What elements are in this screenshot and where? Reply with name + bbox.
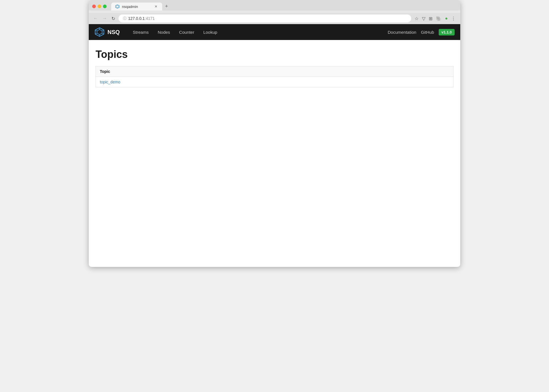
maximize-window-button[interactable] [103, 5, 107, 8]
nav-link-counter[interactable]: Counter [175, 25, 199, 40]
table-row: topic_demo [96, 77, 453, 87]
minimize-window-button[interactable] [98, 5, 101, 8]
tab-bar: nsqadmin ✕ + [111, 2, 170, 10]
toolbar-icons: ☆ ▽ ⊞ 🐘 ● ⋮ [413, 15, 457, 22]
window-controls [92, 5, 107, 8]
nsq-brand-link[interactable]: NSQ [94, 27, 120, 37]
table-header-row: Topic [96, 66, 453, 77]
menu-button[interactable]: ⋮ [450, 15, 457, 22]
topic-link[interactable]: topic_demo [100, 80, 120, 84]
address-text: 127.0.0.1:4171 [128, 16, 155, 21]
address-bar[interactable]: ⓘ 127.0.0.1:4171 [119, 14, 411, 22]
nav-link-lookup[interactable]: Lookup [199, 25, 222, 40]
nsq-navbar: NSQ Streams Nodes Counter Lookup Documen… [89, 24, 460, 40]
extension-button-2[interactable]: ⊞ [428, 15, 434, 22]
page-body: Topics Topic topic_demo [89, 40, 460, 267]
svg-marker-1 [116, 5, 119, 8]
page-title: Topics [96, 49, 453, 60]
tab-title: nsqadmin [122, 5, 151, 9]
topic-column-header: Topic [96, 66, 453, 77]
back-button[interactable]: ← [92, 15, 99, 22]
nsq-logo-icon [94, 27, 105, 37]
browser-chrome: nsqadmin ✕ + [89, 0, 460, 10]
extension-button-1[interactable]: ▽ [421, 15, 426, 22]
security-icon: ⓘ [123, 16, 126, 21]
version-badge: v1.1.0 [439, 29, 455, 35]
table-cell-topic: topic_demo [96, 77, 453, 87]
nav-link-streams[interactable]: Streams [128, 25, 153, 40]
browser-tab[interactable]: nsqadmin ✕ [111, 3, 162, 10]
topics-table: Topic topic_demo [96, 66, 453, 87]
forward-button[interactable]: → [101, 15, 108, 22]
new-tab-button[interactable]: + [163, 2, 170, 10]
svg-marker-9 [97, 29, 102, 35]
bookmark-button[interactable]: ☆ [413, 15, 420, 22]
documentation-link[interactable]: Documentation [388, 30, 416, 35]
nsq-nav-right: Documentation GitHub v1.1.0 [388, 29, 455, 35]
tab-favicon-icon [115, 4, 120, 9]
tab-close-button[interactable]: ✕ [154, 4, 158, 9]
evernote-extension-button[interactable]: 🐘 [435, 15, 443, 22]
close-window-button[interactable] [92, 5, 96, 8]
reload-button[interactable]: ↻ [110, 15, 116, 22]
extension-button-3[interactable]: ● [444, 15, 449, 22]
nsq-brand-name: NSQ [107, 29, 120, 35]
browser-window: nsqadmin ✕ + ← → ↻ ⓘ 127.0.0.1:4171 ☆ ▽ … [89, 0, 460, 267]
title-bar: nsqadmin ✕ + [92, 2, 457, 10]
nav-link-nodes[interactable]: Nodes [153, 25, 174, 40]
page-content: NSQ Streams Nodes Counter Lookup Documen… [89, 24, 460, 267]
nsq-nav-links: Streams Nodes Counter Lookup [128, 25, 388, 40]
address-bar-row: ← → ↻ ⓘ 127.0.0.1:4171 ☆ ▽ ⊞ 🐘 ● ⋮ [89, 13, 460, 24]
github-link[interactable]: GitHub [421, 30, 434, 35]
